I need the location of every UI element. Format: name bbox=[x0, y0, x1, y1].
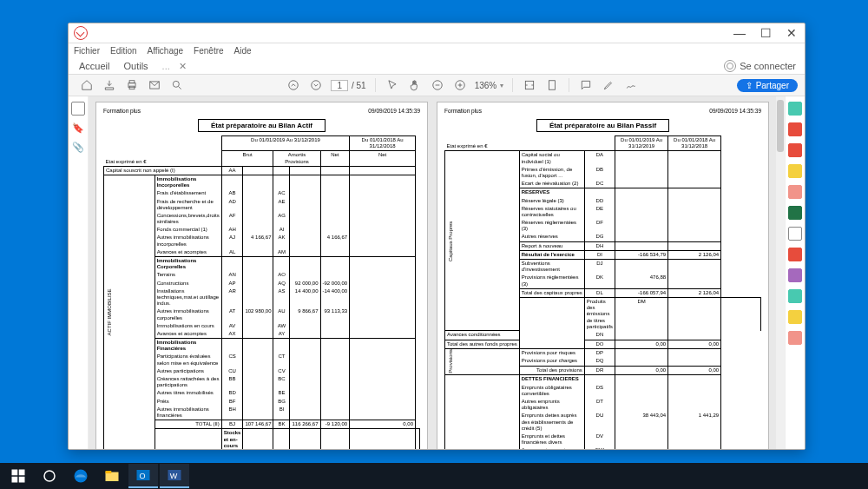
start-button[interactable] bbox=[3, 464, 33, 488]
print-timestamp: 09/09/2019 14:35:39 bbox=[368, 108, 420, 114]
tool-pdf-icon[interactable] bbox=[788, 122, 802, 136]
sign-in-link[interactable]: Se connecter bbox=[740, 61, 801, 71]
cortana-icon[interactable] bbox=[35, 464, 64, 488]
page-down-icon[interactable] bbox=[309, 78, 323, 92]
period-prev: Du 01/01/2018 Au 31/12/2018 bbox=[668, 136, 721, 151]
bookmark-icon[interactable]: 🔖 bbox=[72, 122, 84, 135]
home-icon[interactable] bbox=[80, 78, 94, 92]
company-name: Formation plus bbox=[103, 108, 141, 114]
share-button[interactable]: ⇪ Partager bbox=[737, 79, 798, 92]
svg-rect-11 bbox=[12, 470, 18, 476]
page-current-input[interactable]: 1 bbox=[331, 80, 348, 91]
zoom-out-icon[interactable] bbox=[431, 78, 444, 92]
svg-point-5 bbox=[289, 81, 299, 90]
close-button[interactable]: ✕ bbox=[779, 23, 805, 43]
row: Installations techniques,mat.et outillag… bbox=[155, 287, 221, 308]
menu-edition[interactable]: Edition bbox=[110, 46, 137, 56]
tab-outils[interactable]: Outils bbox=[116, 59, 155, 73]
row-resultat: Résultat de l'exercice bbox=[519, 250, 584, 259]
tool-more3-icon[interactable] bbox=[788, 331, 802, 345]
tool-pdf2-icon[interactable] bbox=[788, 143, 802, 157]
svg-point-4 bbox=[173, 81, 179, 87]
row: Emprunts et dettes financières divers bbox=[519, 433, 584, 446]
company-name: Formation plus bbox=[444, 108, 482, 114]
menubar: Fichier Edition Affichage Fenêtre Aide bbox=[69, 43, 805, 58]
menu-aide[interactable]: Aide bbox=[234, 46, 252, 56]
row: Provisions réglementées (3) bbox=[519, 274, 584, 288]
etat-label: Etat exprimé en € bbox=[445, 136, 585, 151]
ribbon: Accueil Outils ... ✕ Se connecter bbox=[69, 58, 805, 75]
app-window: ― ☐ ✕ Fichier Edition Affichage Fenêtre … bbox=[68, 23, 806, 450]
taskbar: O W bbox=[0, 463, 868, 489]
sign-icon[interactable] bbox=[624, 78, 638, 92]
search-icon[interactable] bbox=[170, 78, 184, 92]
page-title-actif: État préparatoire au Bilan Actif bbox=[198, 119, 326, 132]
tool-organize-icon[interactable] bbox=[788, 185, 802, 199]
tab-accueil[interactable]: Accueil bbox=[72, 59, 116, 73]
svg-rect-10 bbox=[549, 81, 556, 90]
tool-more2-icon[interactable] bbox=[788, 310, 802, 324]
user-icon bbox=[724, 60, 736, 72]
thumbnails-icon[interactable] bbox=[71, 102, 85, 116]
sect-immo-fin: Immobilisations Financières bbox=[155, 339, 221, 354]
col-amort: Amortis Provisions bbox=[273, 151, 320, 166]
tab-document[interactable]: ... bbox=[155, 59, 177, 73]
word-icon[interactable]: W bbox=[160, 464, 189, 488]
page-up-icon[interactable] bbox=[286, 78, 300, 92]
scrollbar-vertical[interactable] bbox=[776, 96, 785, 449]
zoom-level[interactable]: 136% bbox=[475, 81, 497, 90]
right-rail bbox=[785, 96, 805, 449]
menu-fenetre[interactable]: Fenêtre bbox=[194, 46, 223, 56]
section-actif-circulant: ACTIF CIRCULANT bbox=[155, 429, 221, 449]
row: Avances et acomptes reçus sur commandes … bbox=[519, 446, 584, 449]
svg-rect-14 bbox=[19, 477, 25, 483]
row: Réserves statutaires ou contractuelles bbox=[519, 205, 584, 219]
svg-point-15 bbox=[44, 471, 55, 481]
tool-export-icon[interactable] bbox=[788, 102, 802, 116]
page-title-passif: État préparatoire au Bilan Passif bbox=[536, 119, 669, 132]
attachment-icon[interactable]: 📎 bbox=[72, 142, 84, 154]
row-capital-souscrit: Capital souscrit non appelé (I) bbox=[104, 166, 222, 175]
row: Participations évaluées selon mise en éq… bbox=[155, 353, 221, 367]
col-net-prev: Net bbox=[350, 151, 416, 166]
scrollbar-thumb[interactable] bbox=[777, 100, 784, 152]
row: Constructions bbox=[155, 280, 221, 287]
svg-point-6 bbox=[312, 81, 321, 90]
tool-comment-icon[interactable] bbox=[788, 164, 802, 178]
save-icon[interactable] bbox=[102, 78, 116, 92]
page-indicator: 1 / 51 bbox=[331, 80, 365, 91]
print-icon[interactable] bbox=[125, 78, 139, 92]
cursor-icon[interactable] bbox=[385, 78, 399, 92]
row: Autres réserves bbox=[519, 233, 584, 241]
explorer-icon[interactable] bbox=[97, 464, 127, 488]
hand-icon[interactable] bbox=[408, 78, 422, 92]
tool-more1-icon[interactable] bbox=[788, 289, 802, 303]
comment-icon[interactable] bbox=[579, 78, 593, 92]
sect-immo-corp: Immobilisations Corporelles bbox=[155, 257, 221, 272]
row-total-prov: Total des provisions bbox=[519, 366, 584, 375]
highlight-icon[interactable] bbox=[602, 78, 615, 92]
menu-fichier[interactable]: Fichier bbox=[74, 46, 100, 56]
section-dettes: Dettes bbox=[445, 375, 520, 449]
outlook-icon[interactable]: O bbox=[128, 464, 158, 488]
tool-sign-icon[interactable] bbox=[788, 268, 802, 282]
document-viewer[interactable]: Formation plus09/09/2019 14:35:39 État p… bbox=[89, 96, 785, 449]
toolbar: 1 / 51 136%▾ ⇪ Partager bbox=[69, 75, 805, 96]
tool-protect-icon[interactable] bbox=[788, 227, 802, 241]
fit-width-icon[interactable] bbox=[523, 78, 536, 92]
row: Emprunts obligataires convertibles bbox=[519, 384, 584, 398]
edge-icon[interactable] bbox=[66, 464, 95, 488]
row: Produits des émissions de titres partici… bbox=[584, 297, 615, 330]
maximize-button[interactable]: ☐ bbox=[753, 23, 779, 43]
row: Autres emprunts obligataires bbox=[519, 398, 584, 412]
mail-icon[interactable] bbox=[148, 78, 161, 92]
tool-excel-icon[interactable] bbox=[788, 206, 802, 220]
fit-page-icon[interactable] bbox=[545, 78, 559, 92]
row: Réserve légale (3) bbox=[519, 197, 584, 205]
row: Créances rattachées à des participations bbox=[155, 375, 221, 389]
zoom-in-icon[interactable] bbox=[453, 78, 467, 92]
tool-combine-icon[interactable] bbox=[788, 248, 802, 261]
menu-affichage[interactable]: Affichage bbox=[148, 46, 184, 56]
row: Autres immobilisations incorporelles bbox=[155, 234, 221, 248]
minimize-button[interactable]: ― bbox=[727, 23, 753, 43]
